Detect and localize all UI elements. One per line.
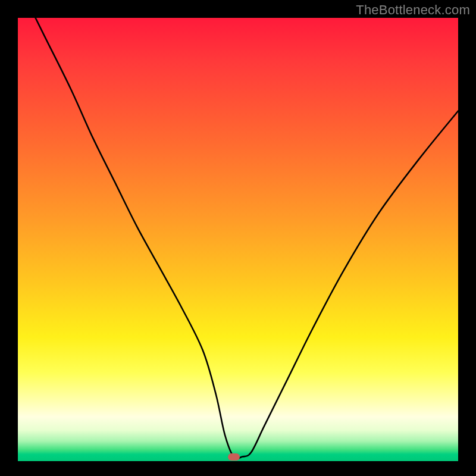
- plot-area: [18, 18, 458, 461]
- bottleneck-curve: [18, 18, 458, 461]
- optimal-marker: [228, 453, 240, 461]
- chart-frame: TheBottleneck.com: [0, 0, 476, 476]
- watermark-text: TheBottleneck.com: [356, 2, 470, 18]
